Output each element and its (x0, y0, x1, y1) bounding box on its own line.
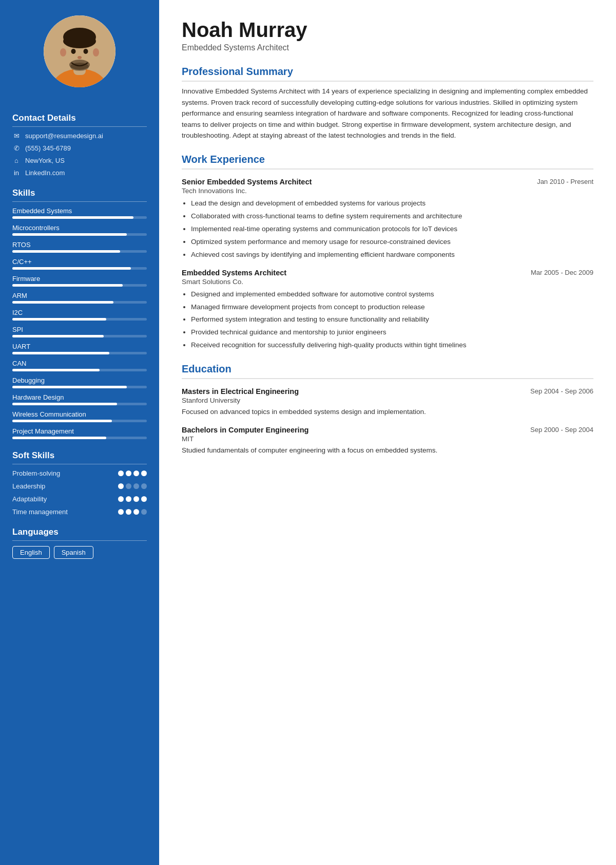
edu-desc: Focused on advanced topics in embedded s… (182, 407, 593, 418)
dot-filled (118, 483, 124, 489)
job-title: Embedded Systems Architect (182, 269, 286, 277)
dot-filled (126, 471, 131, 476)
skill-bar-bg (12, 437, 147, 439)
skill-name: Debugging (12, 377, 147, 384)
skill-name: Hardware Design (12, 393, 147, 401)
soft-skill-item: Adaptability (12, 495, 147, 503)
skill-item: Project Management (12, 427, 147, 439)
skill-name: Embedded Systems (12, 207, 147, 215)
edu-desc: Studied fundamentals of computer enginee… (182, 445, 593, 456)
edu-header: Bachelors in Computer Engineering Sep 20… (182, 426, 593, 434)
linkedin-icon: in (12, 169, 21, 177)
skill-bar-bg (12, 233, 147, 236)
job-bullet: Achieved cost savings by identifying and… (191, 250, 593, 260)
job-company: Tech Innovations Inc. (182, 187, 593, 195)
candidate-title: Embedded Systems Architect (182, 43, 593, 52)
skills-list: Embedded Systems Microcontrollers RTOS C… (12, 207, 147, 439)
job-title: Senior Embedded Systems Architect (182, 178, 312, 186)
skill-name: RTOS (12, 241, 147, 249)
skill-bar-fill (12, 420, 112, 422)
svg-point-5 (63, 34, 96, 48)
skill-bar-fill (12, 250, 120, 253)
edu-school: Stanford University (182, 397, 593, 404)
skill-bar-bg (12, 352, 147, 354)
skill-bar-fill (12, 369, 100, 371)
job-company: Smart Solutions Co. (182, 278, 593, 286)
summary-section-title: Professional Summary (182, 66, 593, 82)
contact-phone: ✆ (555) 345-6789 (12, 144, 147, 152)
skill-name: SPI (12, 326, 147, 333)
skill-name: Project Management (12, 427, 147, 435)
skill-bar-bg (12, 284, 147, 287)
dot-filled (126, 509, 131, 515)
skill-name: Wireless Communication (12, 410, 147, 418)
skill-bar-bg (12, 318, 147, 321)
skill-bar-bg (12, 420, 147, 422)
edu-dates: Sep 2004 - Sep 2006 (530, 387, 593, 395)
job-dates: Mar 2005 - Dec 2009 (531, 269, 593, 276)
soft-skills-list: Problem-solvingLeadershipAdaptabilityTim… (12, 469, 147, 516)
dot-filled (133, 471, 139, 476)
skill-name: Microcontrollers (12, 224, 147, 232)
skill-bar-bg (12, 403, 147, 405)
soft-skill-name: Problem-solving (12, 469, 60, 477)
skill-item: Firmware (12, 275, 147, 287)
language-badge: Spanish (54, 546, 93, 559)
soft-skills-title: Soft Skills (12, 450, 147, 464)
soft-skill-name: Adaptability (12, 495, 47, 503)
sidebar-content: Contact Details ✉ support@resumedesign.a… (0, 102, 159, 559)
work-section-title: Work Experience (182, 154, 593, 170)
job-bullet: Received recognition for successfully de… (191, 340, 593, 351)
dot-empty (141, 483, 147, 489)
edu-dates: Sep 2000 - Sep 2004 (530, 426, 593, 434)
contact-linkedin: in LinkedIn.com (12, 169, 147, 177)
education-entry: Bachelors in Computer Engineering Sep 20… (182, 426, 593, 456)
dot-filled (126, 496, 131, 502)
skills-title: Skills (12, 188, 147, 202)
skill-bar-bg (12, 369, 147, 371)
education-entry: Masters in Electrical Engineering Sep 20… (182, 387, 593, 418)
svg-point-8 (71, 49, 76, 54)
skill-bar-fill (12, 216, 133, 219)
dot-filled (118, 471, 124, 476)
skill-bar-fill (12, 403, 117, 405)
skill-name: Firmware (12, 275, 147, 283)
skill-name: ARM (12, 292, 147, 299)
summary-text: Innovative Embedded Systems Architect wi… (182, 86, 593, 141)
skill-bar-bg (12, 216, 147, 219)
skill-item: C/C++ (12, 258, 147, 270)
skill-name: UART (12, 343, 147, 350)
skill-item: Microcontrollers (12, 224, 147, 236)
skill-item: CAN (12, 360, 147, 371)
skill-bar-bg (12, 267, 147, 270)
skill-bar-bg (12, 335, 147, 337)
soft-skill-item: Problem-solving (12, 469, 147, 477)
avatar (44, 15, 116, 87)
svg-point-12 (70, 63, 89, 71)
dot-empty (126, 483, 131, 489)
skill-item: Embedded Systems (12, 207, 147, 219)
skill-bar-fill (12, 352, 109, 354)
jobs-list: Senior Embedded Systems Architect Jan 20… (182, 178, 593, 351)
dot-filled (141, 471, 147, 476)
skill-item: I2C (12, 309, 147, 321)
skill-item: Hardware Design (12, 393, 147, 405)
languages-list: EnglishSpanish (12, 546, 147, 559)
skill-item: UART (12, 343, 147, 354)
dot-filled (118, 509, 124, 515)
job-header: Senior Embedded Systems Architect Jan 20… (182, 178, 593, 186)
skill-bar-fill (12, 335, 104, 337)
edu-header: Masters in Electrical Engineering Sep 20… (182, 387, 593, 396)
dot-empty (141, 509, 147, 515)
dot-filled (118, 496, 124, 502)
edu-school: MIT (182, 435, 593, 443)
dot-filled (133, 496, 139, 502)
soft-skill-item: Leadership (12, 482, 147, 490)
dot-empty (133, 483, 139, 489)
job-dates: Jan 2010 - Present (537, 178, 593, 185)
job-bullet: Collaborated with cross-functional teams… (191, 211, 593, 222)
skill-bar-fill (12, 267, 131, 270)
contact-title: Contact Details (12, 113, 147, 127)
skill-bar-fill (12, 318, 106, 321)
skill-bar-fill (12, 233, 127, 236)
